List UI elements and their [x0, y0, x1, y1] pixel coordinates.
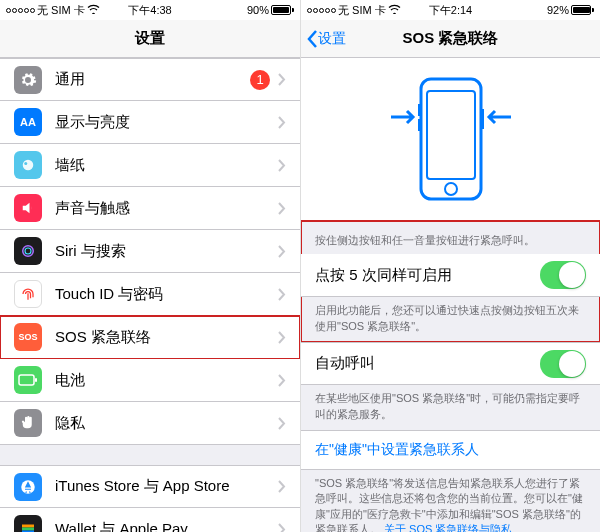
chevron-right-icon [278, 245, 286, 258]
settings-screen: 无 SIM 卡 下午4:38 90% 设置 通用 1 AA 显示与亮度 [0, 0, 300, 532]
highlighted-section: 按住侧边按钮和任一音量按钮进行紧急呼叫。 点按 5 次同样可启用 启用此功能后，… [301, 221, 600, 342]
back-button[interactable]: 设置 [307, 30, 346, 48]
chevron-right-icon [278, 116, 286, 129]
svg-point-2 [23, 246, 34, 257]
row-label: 电池 [55, 371, 278, 390]
row-five-press-toggle[interactable]: 点按 5 次同样可启用 [301, 254, 600, 297]
settings-list[interactable]: 通用 1 AA 显示与亮度 墙纸 声音与触感 Siri 与搜索 [0, 58, 300, 532]
wifi-icon [87, 4, 100, 16]
row-wallet[interactable]: Wallet 与 Apple Pay [0, 508, 300, 532]
row-battery[interactable]: 电池 [0, 359, 300, 402]
row-label: 自动呼叫 [315, 354, 540, 373]
sos-screen: 无 SIM 卡 下午2:14 92% 设置 SOS 紧急联络 [300, 0, 600, 532]
row-sounds[interactable]: 声音与触感 [0, 187, 300, 230]
battery-pct-label: 90% [247, 4, 269, 16]
back-label: 设置 [318, 30, 346, 48]
svg-rect-16 [418, 119, 421, 131]
sounds-icon [14, 194, 42, 222]
signal-icon [6, 8, 35, 13]
nav-title: 设置 [135, 29, 165, 48]
row-label: Wallet 与 Apple Pay [55, 520, 278, 533]
badge: 1 [250, 70, 270, 90]
chevron-right-icon [278, 73, 286, 86]
chevron-right-icon [278, 523, 286, 533]
chevron-right-icon [278, 159, 286, 172]
svg-rect-5 [35, 378, 37, 382]
row-siri[interactable]: Siri 与搜索 [0, 230, 300, 273]
svg-rect-17 [481, 109, 484, 129]
row-label: 隐私 [55, 414, 278, 433]
toggle-switch[interactable] [540, 350, 586, 378]
privacy-link[interactable]: 关于 SOS 紧急联络与隐私 [384, 523, 512, 532]
siri-icon [14, 237, 42, 265]
chevron-right-icon [278, 331, 286, 344]
svg-rect-4 [19, 375, 34, 385]
carrier-label: 无 SIM 卡 [338, 3, 386, 18]
row-display[interactable]: AA 显示与亮度 [0, 101, 300, 144]
sos-illustration [301, 58, 600, 221]
row-label: 通用 [55, 70, 250, 89]
section-footer: 启用此功能后，您还可以通过快速点按侧边按钮五次来使用"SOS 紧急联络"。 [301, 297, 600, 342]
toggle-switch[interactable] [540, 261, 586, 289]
time-label: 下午2:14 [429, 3, 472, 18]
row-label: Touch ID 与密码 [55, 285, 278, 304]
row-general[interactable]: 通用 1 [0, 58, 300, 101]
battery-row-icon [14, 366, 42, 394]
section-footer: "SOS 紧急联络"将发送信息告知紧急联系人您进行了紧急呼叫。这些信息还将包含您… [301, 470, 600, 532]
row-label: 墙纸 [55, 156, 278, 175]
svg-point-3 [25, 248, 31, 254]
hand-icon [14, 409, 42, 437]
svg-rect-15 [418, 104, 421, 116]
row-label: Siri 与搜索 [55, 242, 278, 261]
signal-icon [307, 8, 336, 13]
battery-icon [571, 5, 594, 15]
row-label: 显示与亮度 [55, 113, 278, 132]
setup-contacts-link[interactable]: 在"健康"中设置紧急联系人 [301, 430, 600, 470]
sos-content[interactable]: 按住侧边按钮和任一音量按钮进行紧急呼叫。 点按 5 次同样可启用 启用此功能后，… [301, 58, 600, 532]
svg-rect-7 [22, 525, 34, 528]
row-touchid[interactable]: Touch ID 与密码 [0, 273, 300, 316]
appstore-icon [14, 473, 42, 501]
chevron-right-icon [278, 288, 286, 301]
row-wallpaper[interactable]: 墙纸 [0, 144, 300, 187]
status-bar-left: 无 SIM 卡 下午4:38 90% [0, 0, 300, 20]
row-itunes[interactable]: iTunes Store 与 App Store [0, 465, 300, 508]
link-label: 在"健康"中设置紧急联系人 [315, 441, 479, 457]
wallpaper-icon [14, 151, 42, 179]
chevron-right-icon [278, 202, 286, 215]
nav-title: SOS 紧急联络 [403, 29, 499, 48]
svg-rect-8 [22, 528, 34, 531]
gear-icon [14, 66, 42, 94]
row-label: SOS 紧急联络 [55, 328, 278, 347]
row-label: 声音与触感 [55, 199, 278, 218]
svg-point-1 [24, 162, 27, 165]
row-label: 点按 5 次同样可启用 [315, 266, 540, 285]
carrier-label: 无 SIM 卡 [37, 3, 85, 18]
row-label: iTunes Store 与 App Store [55, 477, 278, 496]
svg-rect-13 [427, 91, 475, 179]
wallet-icon [14, 515, 42, 532]
row-privacy[interactable]: 隐私 [0, 402, 300, 445]
wifi-icon [388, 4, 401, 16]
fingerprint-icon [14, 280, 42, 308]
svg-point-14 [445, 183, 457, 195]
chevron-right-icon [278, 417, 286, 430]
section-footer: 在某些地区使用"SOS 紧急联络"时，可能仍需指定要呼叫的紧急服务。 [301, 385, 600, 430]
svg-rect-12 [421, 79, 481, 199]
display-icon: AA [14, 108, 42, 136]
row-sos[interactable]: SOS SOS 紧急联络 [0, 316, 300, 359]
svg-point-0 [23, 160, 34, 171]
battery-pct-label: 92% [547, 4, 569, 16]
row-auto-call-toggle[interactable]: 自动呼叫 [301, 342, 600, 385]
chevron-right-icon [278, 374, 286, 387]
nav-bar-right: 设置 SOS 紧急联络 [301, 20, 600, 58]
nav-bar-left: 设置 [0, 20, 300, 58]
battery-icon [271, 5, 294, 15]
section-header: 按住侧边按钮和任一音量按钮进行紧急呼叫。 [301, 221, 600, 254]
chevron-right-icon [278, 480, 286, 493]
status-bar-right: 无 SIM 卡 下午2:14 92% [301, 0, 600, 20]
time-label: 下午4:38 [128, 3, 171, 18]
sos-icon: SOS [14, 323, 42, 351]
